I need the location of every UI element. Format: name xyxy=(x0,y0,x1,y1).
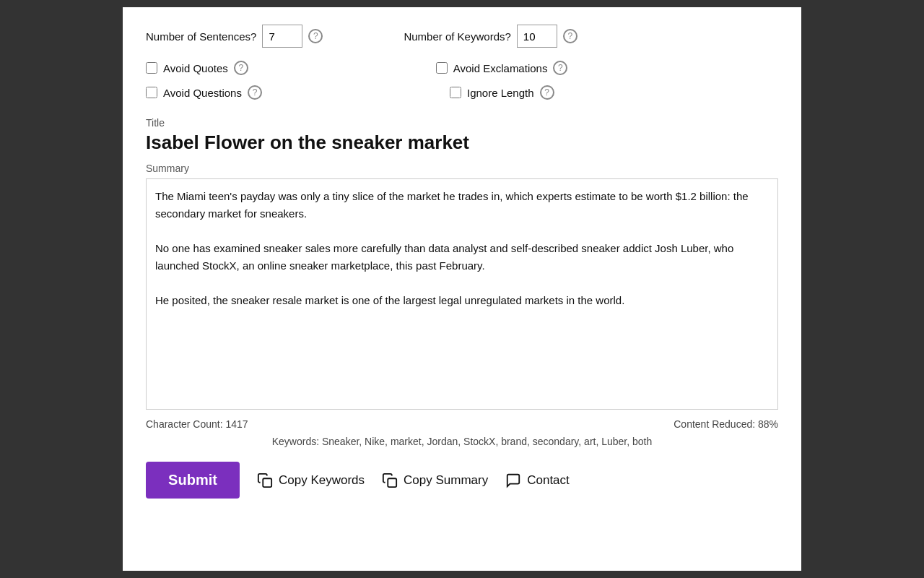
avoid-quotes-group: Avoid Quotes ? xyxy=(146,61,248,75)
avoid-questions-label: Avoid Questions xyxy=(163,87,242,99)
character-count: Character Count: 1417 xyxy=(146,418,248,430)
sentences-help-icon[interactable]: ? xyxy=(308,29,323,43)
avoid-quotes-help-icon[interactable]: ? xyxy=(234,61,248,75)
keywords-text: Keywords: Sneaker, Nike, market, Jordan,… xyxy=(272,436,653,447)
summary-label: Summary xyxy=(146,163,778,174)
svg-rect-0 xyxy=(263,478,271,487)
copy-keywords-label: Copy Keywords xyxy=(279,473,365,488)
keywords-input[interactable] xyxy=(517,25,557,48)
action-bar: Submit Copy Keywords Copy Summary Contac… xyxy=(146,462,778,499)
avoid-exclamations-group: Avoid Exclamations ? xyxy=(436,61,568,75)
copy-summary-button[interactable]: Copy Summary xyxy=(382,473,488,488)
copy-keywords-icon xyxy=(257,473,273,488)
main-card: Number of Sentences? ? Number of Keyword… xyxy=(123,7,801,571)
avoid-questions-help-icon[interactable]: ? xyxy=(248,85,262,100)
title-section: Title Isabel Flower on the sneaker marke… xyxy=(146,117,778,154)
avoid-exclamations-help-icon[interactable]: ? xyxy=(553,61,567,75)
top-fields-row: Number of Sentences? ? Number of Keyword… xyxy=(146,25,778,48)
avoid-quotes-label: Avoid Quotes xyxy=(163,62,228,74)
keywords-help-icon[interactable]: ? xyxy=(563,29,578,43)
sentences-input[interactable] xyxy=(262,25,302,48)
avoid-questions-group: Avoid Questions ? xyxy=(146,85,262,100)
avoid-quotes-checkbox[interactable] xyxy=(146,62,157,74)
submit-button[interactable]: Submit xyxy=(146,462,240,499)
checkbox-row-2: Avoid Questions ? Ignore Length ? xyxy=(146,85,778,100)
ignore-length-help-icon[interactable]: ? xyxy=(540,85,554,100)
title-label: Title xyxy=(146,117,778,129)
contact-icon xyxy=(505,473,521,488)
title-text: Isabel Flower on the sneaker market xyxy=(146,131,778,154)
avoid-questions-checkbox[interactable] xyxy=(146,87,157,98)
keywords-label: Number of Keywords? xyxy=(404,30,510,43)
svg-rect-1 xyxy=(388,478,396,487)
contact-label: Contact xyxy=(527,473,570,488)
keywords-group: Number of Keywords? ? xyxy=(404,25,577,48)
ignore-length-label: Ignore Length xyxy=(467,87,534,99)
copy-summary-label: Copy Summary xyxy=(404,473,488,488)
summary-section: Summary The Miami teen's payday was only… xyxy=(146,163,778,413)
content-reduced: Content Reduced: 88% xyxy=(674,418,778,430)
avoid-exclamations-checkbox[interactable] xyxy=(436,62,448,74)
ignore-length-group: Ignore Length ? xyxy=(450,85,554,100)
keywords-row: Keywords: Sneaker, Nike, market, Jordan,… xyxy=(146,436,778,447)
sentences-group: Number of Sentences? ? xyxy=(146,25,323,48)
checkbox-row-1: Avoid Quotes ? Avoid Exclamations ? xyxy=(146,61,778,75)
contact-button[interactable]: Contact xyxy=(505,473,570,488)
copy-keywords-button[interactable]: Copy Keywords xyxy=(257,473,365,488)
summary-textarea[interactable]: The Miami teen's payday was only a tiny … xyxy=(146,178,778,410)
avoid-exclamations-label: Avoid Exclamations xyxy=(453,62,548,74)
sentences-label: Number of Sentences? xyxy=(146,30,256,43)
stats-row: Character Count: 1417 Content Reduced: 8… xyxy=(146,418,778,430)
copy-summary-icon xyxy=(382,473,398,488)
ignore-length-checkbox[interactable] xyxy=(450,87,461,98)
